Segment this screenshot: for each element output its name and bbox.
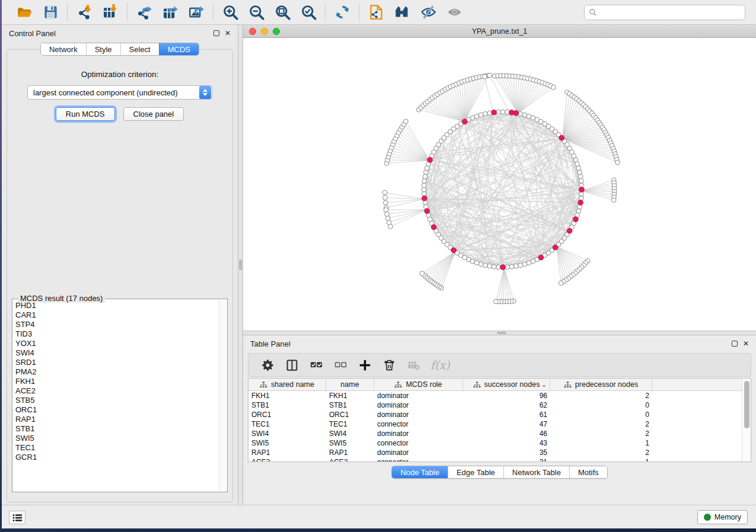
search-box[interactable] — [584, 5, 745, 20]
column-label: name — [340, 380, 359, 389]
result-node[interactable]: STB1 — [15, 424, 219, 434]
first-neighbors-icon[interactable] — [393, 4, 411, 21]
table-cell: dominator — [374, 430, 463, 438]
table-row[interactable]: TEC1TEC1connector472 — [248, 419, 742, 429]
result-node[interactable]: TEC1 — [15, 443, 219, 453]
tab-edge-table[interactable]: Edge Table — [448, 466, 503, 478]
result-node[interactable]: SRD1 — [15, 358, 219, 367]
tab-network-table[interactable]: Network Table — [503, 466, 569, 478]
export-network-icon[interactable] — [135, 4, 153, 21]
close-panel-icon[interactable]: ✕ — [225, 30, 231, 37]
result-list-scrollbar[interactable] — [219, 300, 227, 491]
column-header-successor-nodes[interactable]: successor nodes⌄ — [463, 379, 550, 390]
settings-gear-icon[interactable] — [260, 358, 275, 372]
table-cell: ORC1 — [248, 411, 326, 419]
deselect-all-icon[interactable] — [333, 358, 347, 372]
table-tabs: Node TableEdge TableNetwork TableMotifs — [243, 463, 756, 481]
search-icon — [589, 8, 597, 17]
table-row[interactable]: RAP1RAP1dominator352 — [248, 448, 742, 457]
zoom-in-icon[interactable] — [221, 4, 239, 21]
network-graph[interactable] — [243, 38, 756, 331]
table-cell: dominator — [374, 411, 463, 419]
result-node[interactable]: TID3 — [15, 329, 219, 339]
open-file-icon[interactable] — [15, 4, 33, 21]
search-input[interactable] — [597, 6, 745, 19]
table-cell: connector — [374, 458, 463, 462]
tab-style[interactable]: Style — [86, 43, 120, 55]
divider-handle[interactable] — [239, 259, 242, 270]
result-node[interactable]: SWI4 — [15, 348, 219, 358]
zoom-fit-icon[interactable] — [273, 4, 291, 21]
column-header-shared-name[interactable]: shared name — [248, 379, 326, 390]
mcds-result-list[interactable]: PHD1CAR1STP4TID3YOX1SWI4SRD1PMA2FKH1ACE2… — [13, 300, 219, 491]
export-table-icon[interactable] — [161, 4, 179, 21]
scrollbar-thumb[interactable] — [744, 381, 749, 428]
tab-node-table[interactable]: Node Table — [392, 466, 448, 478]
result-node[interactable]: RAP1 — [15, 415, 219, 424]
table-row[interactable]: ACE2ACE2connector311 — [248, 457, 742, 462]
table-cell: 2 — [550, 420, 652, 428]
column-view-icon[interactable] — [285, 358, 299, 372]
tab-select[interactable]: Select — [120, 43, 159, 55]
divider-handle[interactable] — [497, 332, 506, 334]
float-panel-icon[interactable] — [213, 30, 219, 36]
close-panel-icon[interactable]: ✕ — [743, 340, 749, 347]
result-node[interactable]: CAR1 — [15, 310, 219, 320]
sort-chevron-icon[interactable]: ⌄ — [541, 381, 547, 389]
result-node[interactable]: YOX1 — [15, 339, 219, 348]
window-close-icon[interactable] — [249, 28, 256, 35]
table-row[interactable]: SWI4SWI4dominator462 — [248, 429, 742, 438]
tab-network[interactable]: Network — [41, 43, 86, 55]
import-table-icon[interactable] — [101, 4, 119, 21]
tab-motifs[interactable]: Motifs — [569, 466, 607, 478]
add-column-icon[interactable] — [358, 358, 372, 372]
result-node[interactable]: PMA2 — [15, 367, 219, 377]
column-header-MCDS-role[interactable]: MCDS role — [374, 379, 463, 390]
result-node[interactable]: ACE2 — [15, 386, 219, 396]
zoom-selected-icon[interactable] — [299, 4, 317, 21]
close-panel-button[interactable]: Close panel — [123, 107, 184, 121]
run-mcds-button[interactable]: Run MCDS — [56, 107, 115, 121]
save-session-icon[interactable] — [42, 4, 59, 21]
table-scrollbar[interactable] — [742, 379, 751, 462]
table-row[interactable]: STB1STB1dominator620 — [248, 400, 742, 410]
optimization-criterion-select[interactable]: largest connected component (undirected) — [27, 85, 212, 100]
window-zoom-icon[interactable] — [273, 28, 280, 35]
result-node[interactable]: STB5 — [15, 396, 219, 405]
clone-network-icon[interactable] — [367, 4, 385, 21]
tab-mcds[interactable]: MCDS — [159, 43, 199, 55]
memory-button[interactable]: Memory — [697, 510, 748, 524]
export-image-icon[interactable] — [187, 4, 205, 21]
vertical-split-divider[interactable] — [238, 25, 243, 505]
horizontal-split-divider[interactable] — [243, 331, 756, 335]
result-node[interactable]: STP4 — [15, 320, 219, 329]
show-all-icon[interactable] — [445, 4, 463, 21]
table-cell: FKH1 — [248, 392, 326, 400]
table-rows: FKH1FKH1dominator962STB1STB1dominator620… — [248, 391, 742, 462]
column-header-name[interactable]: name — [326, 379, 374, 390]
table-row[interactable]: SWI5SWI5connector431 — [248, 438, 742, 448]
table-row[interactable]: FKH1FKH1dominator962 — [248, 391, 742, 400]
table-cell: dominator — [374, 448, 463, 457]
column-header-predecessor-nodes[interactable]: predecessor nodes — [550, 379, 652, 390]
optimization-criterion-label: Optimization criterion: — [7, 70, 232, 79]
result-node[interactable]: SWI5 — [15, 434, 219, 443]
result-node[interactable]: GCR1 — [15, 453, 219, 462]
table-cell: 0 — [550, 411, 652, 419]
import-network-icon[interactable] — [75, 4, 93, 21]
column-label: successor nodes — [484, 380, 540, 389]
zoom-out-icon[interactable] — [247, 4, 265, 21]
network-canvas[interactable] — [243, 38, 756, 331]
refresh-icon[interactable] — [333, 4, 351, 21]
table-row[interactable]: ORC1ORC1dominator610 — [248, 410, 742, 419]
float-panel-icon[interactable] — [732, 341, 738, 347]
result-node[interactable]: FKH1 — [15, 377, 219, 386]
window-minimize-icon[interactable] — [261, 28, 268, 35]
hide-selected-icon[interactable] — [419, 4, 437, 21]
table-cell: TEC1 — [248, 420, 326, 428]
select-all-icon[interactable] — [309, 358, 323, 372]
delete-column-icon[interactable] — [382, 358, 396, 372]
result-node[interactable]: ORC1 — [15, 405, 219, 415]
table-cell: SWI4 — [326, 430, 374, 438]
panel-list-button[interactable] — [9, 511, 25, 524]
